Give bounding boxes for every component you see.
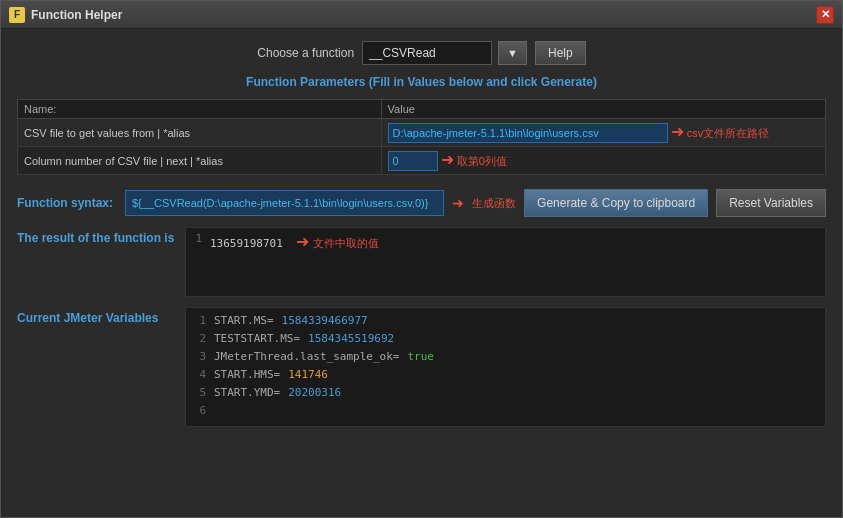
param-value-input-2[interactable] (388, 151, 438, 171)
param-name-1: CSV file to get values from | *alias (18, 119, 382, 147)
app-icon: F (9, 7, 25, 23)
result-annotation-arrow: ➜ (296, 232, 309, 251)
var-val-4: 141746 (288, 366, 328, 384)
syntax-annotation-text: 生成函数 (472, 196, 516, 211)
variables-row: Current JMeter Variables 1 START.MS=1584… (17, 307, 826, 505)
var-linenum-1: 1 (190, 312, 206, 330)
reset-variables-button[interactable]: Reset Variables (716, 189, 826, 217)
result-text-area: 13659198701 ➜ 文件中取的值 (210, 232, 379, 251)
list-item: 5 START.YMD=20200316 (190, 384, 821, 402)
var-val-1: 1584339466977 (282, 312, 368, 330)
param-name-2: Column number of CSV file | next | *alia… (18, 147, 382, 175)
var-linenum-4: 4 (190, 366, 206, 384)
function-selector-row: Choose a function ▼ Help (17, 41, 826, 65)
list-item: 4 START.HMS=141746 (190, 366, 821, 384)
variables-label: Current JMeter Variables (17, 307, 177, 325)
close-button[interactable]: ✕ (816, 6, 834, 24)
list-item: 3 JMeterThread.last_sample_ok=true (190, 348, 821, 366)
var-linenum-2: 2 (190, 330, 206, 348)
result-label: The result of the function is (17, 227, 177, 245)
content-area: Choose a function ▼ Help Function Parame… (1, 29, 842, 517)
var-key-5: START.YMD= (214, 384, 280, 402)
var-key-4: START.HMS= (214, 366, 280, 384)
function-syntax-label: Function syntax: (17, 196, 117, 210)
generate-copy-button[interactable]: Generate & Copy to clipboard (524, 189, 708, 217)
table-row: Column number of CSV file | next | *alia… (18, 147, 826, 175)
vars-content: 1 START.MS=1584339466977 2 TESTSTART.MS=… (186, 308, 825, 424)
function-input[interactable] (362, 41, 492, 65)
var-key-3: JMeterThread.last_sample_ok= (214, 348, 399, 366)
var-val-5: 20200316 (288, 384, 341, 402)
result-line-numbers: 1 (190, 232, 210, 251)
param-value-cell-2: ➜ 取第0列值 (381, 147, 825, 175)
var-key-1: START.MS= (214, 312, 274, 330)
var-linenum-6: 6 (190, 402, 206, 420)
choose-function-label: Choose a function (257, 46, 354, 60)
function-syntax-row: Function syntax: ➜ 生成函数 Generate & Copy … (17, 189, 826, 217)
result-box: 1 13659198701 ➜ 文件中取的值 (185, 227, 826, 297)
function-syntax-input[interactable] (125, 190, 444, 216)
list-item: 6 (190, 402, 821, 420)
param-value-cell-1: ➜ csv文件所在路径 (381, 119, 825, 147)
params-table: Name: Value CSV file to get values from … (17, 99, 826, 175)
params-table-container: Name: Value CSV file to get values from … (17, 99, 826, 175)
function-select-container: ▼ (362, 41, 527, 65)
annotation-arrow-2: ➜ (441, 150, 454, 169)
annotation-arrow-1: ➜ (671, 122, 684, 141)
syntax-annotation-arrow: ➜ (452, 195, 464, 211)
result-value: 13659198701 (210, 237, 283, 250)
var-val-2: 1584345519692 (308, 330, 394, 348)
variables-box: 1 START.MS=1584339466977 2 TESTSTART.MS=… (185, 307, 826, 427)
title-bar: F Function Helper ✕ (1, 1, 842, 29)
main-window: F Function Helper ✕ Choose a function ▼ … (0, 0, 843, 518)
var-linenum-5: 5 (190, 384, 206, 402)
help-button[interactable]: Help (535, 41, 586, 65)
result-line-num: 1 (195, 232, 202, 245)
name-column-header: Name: (18, 100, 382, 119)
var-key-2: TESTSTART.MS= (214, 330, 300, 348)
param-value-input-1[interactable] (388, 123, 668, 143)
params-section-title: Function Parameters (Fill in Values belo… (17, 75, 826, 89)
value-column-header: Value (381, 100, 825, 119)
var-linenum-3: 3 (190, 348, 206, 366)
list-item: 1 START.MS=1584339466977 (190, 312, 821, 330)
var-val-3: true (407, 348, 434, 366)
annotation-text-2: 取第0列值 (457, 155, 507, 167)
result-annotation-text: 文件中取的值 (313, 237, 379, 249)
table-row: CSV file to get values from | *alias ➜ c… (18, 119, 826, 147)
window-title: Function Helper (31, 8, 816, 22)
list-item: 2 TESTSTART.MS=1584345519692 (190, 330, 821, 348)
dropdown-button[interactable]: ▼ (498, 41, 527, 65)
result-content: 1 13659198701 ➜ 文件中取的值 (186, 228, 825, 255)
annotation-text-1: csv文件所在路径 (687, 127, 770, 139)
result-row: The result of the function is 1 13659198… (17, 227, 826, 297)
